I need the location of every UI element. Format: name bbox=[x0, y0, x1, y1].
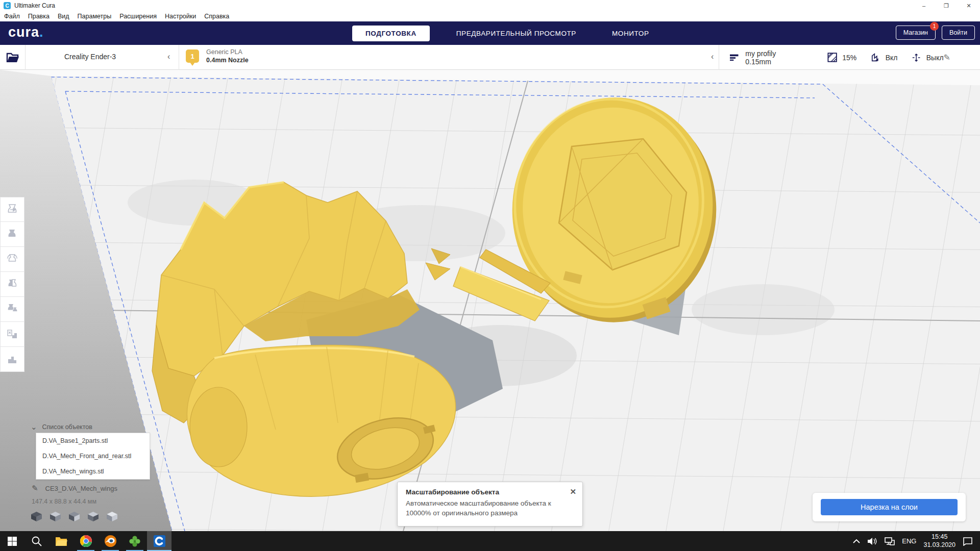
mirror-icon bbox=[6, 278, 19, 291]
menu-view[interactable]: Вид bbox=[54, 13, 74, 20]
slice-button[interactable]: Нарезка на слои bbox=[821, 499, 958, 515]
object-list-header[interactable]: ⌄ Список объектов bbox=[31, 422, 92, 432]
open-folder-icon bbox=[6, 52, 20, 64]
material-collapse-chevron[interactable]: ‹ bbox=[711, 52, 714, 61]
clock[interactable]: 15:45 31.03.2020 bbox=[923, 533, 955, 549]
tab-prepare[interactable]: ПОДГОТОВКА bbox=[352, 26, 430, 41]
open-file-button[interactable] bbox=[0, 45, 26, 70]
support-icon bbox=[871, 53, 880, 63]
windows-start-icon bbox=[7, 536, 17, 546]
system-tray: ENG 15:45 31.03.2020 bbox=[853, 531, 980, 551]
notification-close-icon[interactable]: ✕ bbox=[570, 487, 576, 496]
per-model-settings-icon bbox=[6, 303, 19, 316]
windows-taskbar: ENG 15:45 31.03.2020 bbox=[0, 531, 980, 551]
cube-icon[interactable] bbox=[50, 511, 61, 522]
scaling-notification: Масштабирование объекта Автоматическое м… bbox=[397, 482, 583, 527]
support-blocker-icon bbox=[6, 328, 19, 341]
object-list-panel: D.VA_Base1_2parts.stl D.VA_Mech_Front_an… bbox=[36, 433, 150, 480]
infill-icon bbox=[827, 52, 837, 63]
stage-tabs: ПОДГОТОВКА ПРЕДВАРИТЕЛЬНЫЙ ПРОСМОТР МОНИ… bbox=[352, 21, 658, 45]
marketplace-button[interactable]: Магазин 1 bbox=[896, 26, 936, 40]
selected-object-name[interactable]: CE3_D.VA_Mech_wings bbox=[45, 485, 117, 492]
object-list-item[interactable]: D.VA_Mech_wings.stl bbox=[36, 464, 150, 479]
slice-action-panel: Нарезка на слои bbox=[813, 493, 966, 521]
search-button[interactable] bbox=[24, 531, 49, 551]
mirror-tool-button[interactable] bbox=[0, 272, 24, 297]
search-icon bbox=[31, 536, 42, 547]
cura-taskbar-icon bbox=[153, 535, 166, 547]
custom-supports-icon bbox=[6, 353, 19, 366]
printer-selector[interactable]: Creality Ender-3 bbox=[64, 53, 116, 61]
adhesion-state: Выкл bbox=[926, 54, 944, 62]
file-explorer-icon bbox=[55, 536, 67, 546]
nozzle-size[interactable]: 0.4mm Nozzle bbox=[206, 57, 249, 64]
move-icon bbox=[6, 203, 19, 216]
scale-icon bbox=[6, 228, 19, 241]
edit-settings-icon[interactable]: ✎ bbox=[944, 53, 950, 62]
support-state: Вкл bbox=[886, 54, 898, 62]
clock-date: 31.03.2020 bbox=[923, 541, 955, 549]
start-button[interactable] bbox=[0, 531, 24, 551]
custom-supports-button[interactable] bbox=[0, 347, 24, 372]
menu-settings[interactable]: Параметры bbox=[74, 13, 116, 20]
selected-object-dimensions: 147.4 x 88.8 x 44.4 мм bbox=[32, 498, 96, 505]
rename-icon[interactable]: ✎ bbox=[32, 484, 38, 493]
adhesion-icon bbox=[912, 53, 921, 63]
menu-bar: Файл Правка Вид Параметры Расширения Нас… bbox=[0, 11, 980, 21]
profile-name: my profily 0.15mm bbox=[745, 49, 799, 66]
window-title: Ultimaker Cura bbox=[14, 2, 55, 9]
clover-app-button[interactable] bbox=[122, 531, 147, 551]
chrome-button[interactable] bbox=[74, 531, 98, 551]
per-model-settings-button[interactable] bbox=[0, 297, 24, 322]
cura-logo: cura. bbox=[8, 24, 44, 40]
marketplace-badge: 1 bbox=[930, 22, 939, 31]
menu-preferences[interactable]: Настройки bbox=[161, 13, 200, 20]
clock-time: 15:45 bbox=[923, 533, 955, 541]
move-tool-button[interactable] bbox=[0, 197, 24, 222]
tray-expand-chevron-icon[interactable] bbox=[853, 539, 860, 544]
language-indicator[interactable]: ENG bbox=[902, 537, 916, 545]
configuration-bar: Creality Ender-3 ‹ 1 Generic PLA 0.4mm N… bbox=[0, 45, 980, 70]
volume-icon[interactable] bbox=[867, 537, 877, 545]
cube-icon[interactable] bbox=[68, 511, 80, 522]
logo-dot: . bbox=[39, 24, 44, 40]
scale-tool-button[interactable] bbox=[0, 222, 24, 247]
infill-value: 15% bbox=[842, 54, 856, 62]
material-name[interactable]: Generic PLA bbox=[206, 48, 242, 56]
blender-button[interactable] bbox=[98, 531, 122, 551]
window-titlebar: C Ultimaker Cura – ❐ ✕ bbox=[0, 0, 980, 11]
menu-extensions[interactable]: Расширения bbox=[115, 13, 161, 20]
chevron-down-icon: ⌄ bbox=[31, 422, 37, 432]
network-icon[interactable] bbox=[885, 537, 895, 545]
printer-collapse-chevron[interactable]: ‹ bbox=[167, 52, 170, 61]
view-cubes-row bbox=[31, 511, 118, 522]
menu-edit[interactable]: Правка bbox=[24, 13, 54, 20]
file-explorer-button[interactable] bbox=[49, 531, 74, 551]
minimize-button[interactable]: – bbox=[913, 0, 935, 11]
clover-icon bbox=[129, 535, 141, 547]
cube-icon[interactable] bbox=[106, 511, 118, 522]
cura-taskbar-button[interactable] bbox=[147, 531, 172, 551]
object-list-item[interactable]: D.VA_Mech_Front_and_rear.stl bbox=[36, 448, 150, 464]
cube-icon[interactable] bbox=[31, 511, 42, 522]
menu-help[interactable]: Справка bbox=[200, 13, 233, 20]
main-header: cura. ПОДГОТОВКА ПРЕДВАРИТЕЛЬНЫЙ ПРОСМОТ… bbox=[0, 21, 980, 45]
signin-button[interactable]: Войти bbox=[942, 26, 975, 40]
cube-icon[interactable] bbox=[87, 511, 99, 522]
close-button[interactable]: ✕ bbox=[958, 0, 980, 11]
support-blocker-button[interactable] bbox=[0, 322, 24, 347]
object-list-item[interactable]: D.VA_Base1_2parts.stl bbox=[36, 433, 150, 448]
notification-message: Автоматическое масштабирование объекта к… bbox=[406, 499, 565, 518]
profile-layers-icon bbox=[730, 54, 739, 62]
menu-file[interactable]: Файл bbox=[0, 13, 24, 20]
notification-title: Масштабирование объекта bbox=[406, 488, 574, 496]
tab-monitor[interactable]: МОНИТОР bbox=[603, 26, 658, 41]
tab-preview[interactable]: ПРЕДВАРИТЕЛЬНЫЙ ПРОСМОТР bbox=[447, 26, 585, 41]
rotate-tool-button[interactable] bbox=[0, 247, 24, 272]
chrome-icon bbox=[80, 535, 92, 547]
restore-button[interactable]: ❐ bbox=[935, 0, 958, 11]
print-settings-strip[interactable]: my profily 0.15mm 15% Вкл Выкл ✎ bbox=[719, 45, 980, 70]
blender-icon bbox=[104, 535, 117, 547]
action-center-icon[interactable] bbox=[963, 537, 973, 546]
extruder-badge[interactable]: 1 bbox=[186, 49, 199, 63]
